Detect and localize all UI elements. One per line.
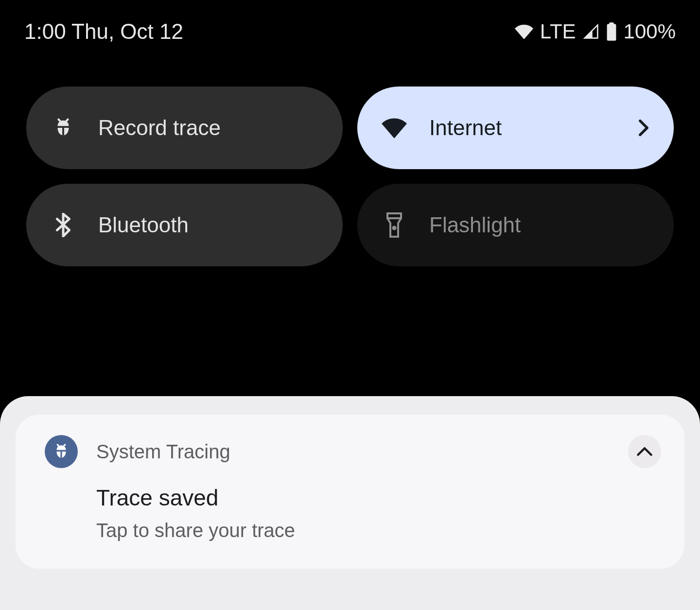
flashlight-icon <box>382 212 407 238</box>
qs-tile-bluetooth[interactable]: Bluetooth <box>26 184 343 266</box>
bluetooth-icon <box>51 212 76 238</box>
wifi-status-icon <box>515 24 533 39</box>
svg-point-4 <box>393 227 395 229</box>
chevron-right-icon <box>635 119 652 137</box>
notification-app-icon <box>45 435 78 468</box>
network-type-label: LTE <box>540 20 576 43</box>
qs-tile-internet[interactable]: Internet <box>357 87 674 169</box>
svg-rect-2 <box>62 128 64 135</box>
notification-body: Trace saved Tap to share your trace <box>45 485 655 541</box>
status-right-cluster: LTE 100% <box>515 20 676 43</box>
qs-tile-label: Internet <box>429 116 612 140</box>
signal-icon <box>583 24 599 39</box>
battery-icon <box>606 22 617 41</box>
qs-tile-flashlight[interactable]: Flashlight <box>357 184 674 266</box>
notification-text: Tap to share your trace <box>96 520 655 541</box>
quick-settings-panel: Record trace Internet Bluetooth Flashlig… <box>0 58 700 266</box>
svg-rect-5 <box>60 452 62 458</box>
status-bar: 1:00 Thu, Oct 12 LTE 100% <box>0 0 700 58</box>
svg-rect-1 <box>607 24 616 41</box>
notification-collapse-button[interactable] <box>628 435 661 468</box>
qs-tile-label: Bluetooth <box>98 213 318 237</box>
notification-app-name: System Tracing <box>96 441 230 463</box>
qs-tile-label: Record trace <box>98 116 318 140</box>
notification-card[interactable]: System Tracing Trace saved Tap to share … <box>16 415 684 569</box>
bug-icon <box>51 115 76 140</box>
svg-rect-3 <box>387 213 401 218</box>
notification-shade: System Tracing Trace saved Tap to share … <box>0 396 700 610</box>
notification-title: Trace saved <box>96 485 655 511</box>
notification-header: System Tracing <box>45 435 655 468</box>
wifi-icon <box>382 115 407 140</box>
qs-tile-label: Flashlight <box>429 213 649 237</box>
battery-percent-label: 100% <box>624 20 676 43</box>
status-time-date: 1:00 Thu, Oct 12 <box>24 19 183 44</box>
qs-tile-record-trace[interactable]: Record trace <box>26 87 343 169</box>
